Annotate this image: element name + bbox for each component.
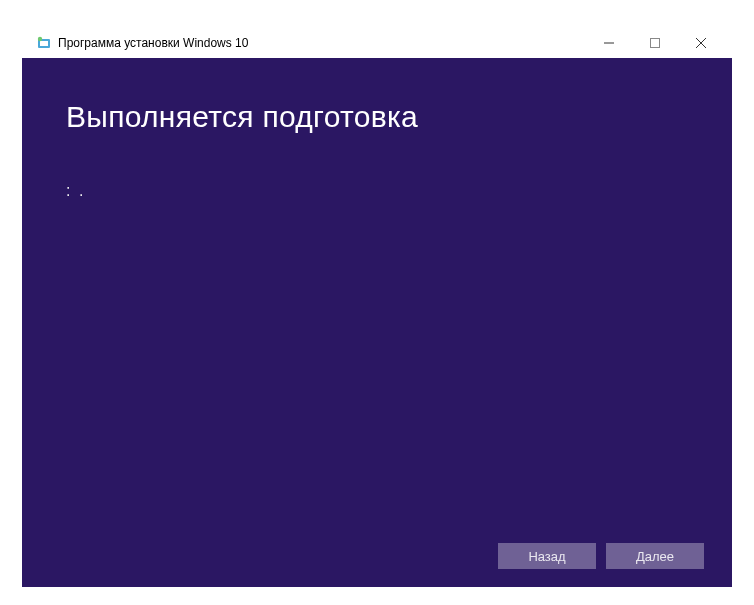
- svg-point-2: [38, 37, 42, 41]
- installer-window: Программа установки Windows 10 Выполняет…: [0, 0, 754, 605]
- content-area: Выполняется подготовка : . Назад Далее: [22, 58, 732, 587]
- maximize-button[interactable]: [632, 28, 678, 58]
- footer-buttons: Назад Далее: [498, 543, 704, 569]
- next-button[interactable]: Далее: [606, 543, 704, 569]
- svg-rect-4: [651, 39, 660, 48]
- close-button[interactable]: [678, 28, 724, 58]
- titlebar: Программа установки Windows 10: [22, 28, 732, 58]
- page-heading: Выполняется подготовка: [66, 100, 688, 134]
- back-button[interactable]: Назад: [498, 543, 596, 569]
- app-icon: [36, 35, 52, 51]
- progress-text: : .: [66, 182, 688, 200]
- window-title: Программа установки Windows 10: [58, 36, 248, 50]
- minimize-button[interactable]: [586, 28, 632, 58]
- svg-rect-1: [40, 41, 48, 46]
